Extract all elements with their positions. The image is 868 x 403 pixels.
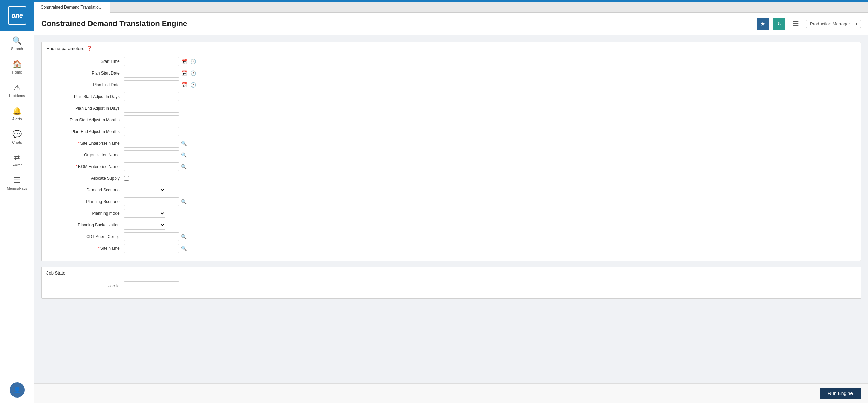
sidebar-item-search[interactable]: 🔍 Search bbox=[0, 31, 34, 54]
avatar-icon: 👤 bbox=[13, 386, 21, 394]
switch-icon: ⇄ bbox=[14, 153, 20, 161]
organization-name-label: Organization Name: bbox=[48, 153, 124, 157]
engine-parameters-title: Engine parameters bbox=[46, 46, 84, 51]
demand-scenario-row: Demand Scenario: bbox=[48, 185, 854, 195]
plan-start-date-input[interactable] bbox=[124, 69, 179, 78]
sidebar-item-switch-label: Switch bbox=[11, 163, 22, 167]
site-enterprise-name-label: *Site Enterprise Name: bbox=[48, 141, 124, 146]
logo-box[interactable]: one bbox=[8, 6, 26, 25]
job-state-header: Job State bbox=[42, 267, 861, 278]
organization-name-input[interactable] bbox=[124, 150, 179, 159]
demand-scenario-select[interactable] bbox=[124, 186, 165, 194]
site-name-search-icon[interactable]: 🔍 bbox=[180, 245, 187, 252]
engine-parameters-panel: Engine parameters ❓ Start Time: 📅 🕐 Plan… bbox=[41, 42, 861, 261]
sidebar-item-chats[interactable]: 💬 Chats bbox=[0, 124, 34, 148]
content-area[interactable]: Engine parameters ❓ Start Time: 📅 🕐 Plan… bbox=[34, 35, 868, 383]
planning-scenario-input[interactable] bbox=[124, 197, 179, 206]
planning-scenario-label: Planning Scenario: bbox=[48, 199, 124, 204]
plan-end-date-label: Plan End Date: bbox=[48, 82, 124, 87]
plan-start-date-clock-icon[interactable]: 🕐 bbox=[189, 69, 197, 77]
bom-enterprise-name-row: *BOM Enterprise Name: 🔍 bbox=[48, 162, 854, 171]
sidebar-item-switch[interactable]: ⇄ Switch bbox=[0, 148, 34, 170]
menu-button[interactable]: ☰ bbox=[790, 18, 802, 30]
logo-text: one bbox=[11, 12, 23, 20]
start-time-field-group: 📅 🕐 bbox=[124, 57, 197, 66]
sidebar-item-home[interactable]: 🏠 Home bbox=[0, 54, 34, 78]
engine-parameters-content: Start Time: 📅 🕐 Plan Start Date: 📅 🕐 bbox=[42, 53, 861, 261]
refresh-button[interactable]: ↻ bbox=[773, 18, 785, 30]
organization-name-row: Organization Name: 🔍 bbox=[48, 150, 854, 160]
planning-mode-row: Planning mode: bbox=[48, 209, 854, 218]
sidebar-item-alerts[interactable]: 🔔 Alerts bbox=[0, 101, 34, 124]
demand-scenario-label: Demand Scenario: bbox=[48, 188, 124, 192]
star-button[interactable]: ★ bbox=[757, 18, 769, 30]
plan-start-date-row: Plan Start Date: 📅 🕐 bbox=[48, 68, 854, 78]
plan-end-date-input[interactable] bbox=[124, 80, 179, 89]
required-marker: * bbox=[78, 141, 80, 146]
plan-end-adjust-months-input[interactable] bbox=[124, 127, 179, 136]
bom-enterprise-name-input[interactable] bbox=[124, 162, 179, 171]
dropdown-arrow-icon: ▾ bbox=[856, 22, 857, 26]
sidebar-item-problems[interactable]: ⚠ Problems bbox=[0, 78, 34, 101]
tab-main[interactable]: Constrained Demand Translation En... bbox=[34, 2, 110, 13]
job-state-title: Job State bbox=[46, 270, 65, 276]
site-name-input[interactable] bbox=[124, 244, 179, 253]
start-time-input[interactable] bbox=[124, 57, 179, 66]
planning-bucketization-select[interactable] bbox=[124, 221, 165, 230]
plan-start-adjust-months-row: Plan Start Adjust In Months: bbox=[48, 115, 854, 125]
plan-end-date-calendar-icon[interactable]: 📅 bbox=[180, 81, 188, 89]
site-name-row: *Site Name: 🔍 bbox=[48, 244, 854, 253]
run-engine-button[interactable]: Run Engine bbox=[820, 388, 861, 399]
environment-dropdown[interactable]: Production Manager ▾ bbox=[806, 20, 861, 28]
site-enterprise-name-input[interactable] bbox=[124, 139, 179, 148]
planning-scenario-group: 🔍 bbox=[124, 197, 187, 206]
sidebar-item-menus-label: Menus/Favs bbox=[7, 186, 28, 190]
start-time-calendar-icon[interactable]: 📅 bbox=[180, 57, 188, 66]
sidebar-item-menus[interactable]: ☰ Menus/Favs bbox=[0, 170, 34, 194]
allocate-supply-row: Allocate Supply: bbox=[48, 173, 854, 183]
allocate-supply-checkbox[interactable] bbox=[124, 176, 129, 181]
help-icon[interactable]: ❓ bbox=[86, 46, 92, 51]
planning-scenario-search-icon[interactable]: 🔍 bbox=[180, 198, 187, 205]
cdt-agent-config-input[interactable] bbox=[124, 232, 179, 241]
bom-enterprise-name-search-icon[interactable]: 🔍 bbox=[180, 163, 187, 170]
site-name-label: *Site Name: bbox=[48, 246, 124, 251]
start-time-row: Start Time: 📅 🕐 bbox=[48, 57, 854, 66]
site-enterprise-name-search-icon[interactable]: 🔍 bbox=[180, 139, 187, 147]
cdt-agent-config-label: CDT Agent Config: bbox=[48, 234, 124, 239]
cdt-agent-config-search-icon[interactable]: 🔍 bbox=[180, 233, 187, 240]
plan-end-date-clock-icon[interactable]: 🕐 bbox=[189, 81, 197, 89]
job-id-input[interactable] bbox=[124, 281, 179, 290]
site-name-group: 🔍 bbox=[124, 244, 187, 253]
plan-start-adjust-days-input[interactable] bbox=[124, 92, 179, 101]
bom-enterprise-name-label: *BOM Enterprise Name: bbox=[48, 164, 124, 169]
footer: Run Engine bbox=[34, 383, 868, 403]
plan-start-adjust-months-label: Plan Start Adjust In Months: bbox=[48, 117, 124, 122]
tab-bar: Constrained Demand Translation En... bbox=[34, 2, 868, 13]
start-time-clock-icon[interactable]: 🕐 bbox=[189, 57, 197, 66]
job-state-panel: Job State Job Id: bbox=[41, 267, 861, 299]
cdt-agent-config-group: 🔍 bbox=[124, 232, 187, 241]
planning-bucketization-label: Planning Bucketization: bbox=[48, 223, 124, 227]
alerts-icon: 🔔 bbox=[12, 107, 22, 115]
plan-start-adjust-days-label: Plan Start Adjust In Days: bbox=[48, 94, 124, 99]
plan-end-adjust-days-input[interactable] bbox=[124, 104, 179, 113]
planning-mode-select[interactable] bbox=[124, 209, 165, 218]
plan-start-adjust-months-input[interactable] bbox=[124, 115, 179, 124]
chats-icon: 💬 bbox=[12, 130, 22, 139]
sidebar-item-alerts-label: Alerts bbox=[12, 117, 22, 121]
avatar[interactable]: 👤 bbox=[10, 382, 25, 398]
plan-end-date-field-group: 📅 🕐 bbox=[124, 80, 197, 89]
plan-end-adjust-months-label: Plan End Adjust In Months: bbox=[48, 129, 124, 134]
site-enterprise-name-row: *Site Enterprise Name: 🔍 bbox=[48, 138, 854, 148]
tab-label: Constrained Demand Translation En... bbox=[41, 5, 110, 10]
sidebar-logo: one bbox=[0, 0, 34, 31]
page-header: Constrained Demand Translation Engine ★ … bbox=[34, 13, 868, 35]
plan-start-date-label: Plan Start Date: bbox=[48, 71, 124, 76]
required-marker-site: * bbox=[98, 246, 100, 251]
organization-name-search-icon[interactable]: 🔍 bbox=[180, 151, 187, 159]
sidebar-item-chats-label: Chats bbox=[12, 140, 22, 144]
plan-start-date-calendar-icon[interactable]: 📅 bbox=[180, 69, 188, 77]
plan-start-date-field-group: 📅 🕐 bbox=[124, 69, 197, 78]
job-id-label: Job Id: bbox=[48, 283, 124, 288]
